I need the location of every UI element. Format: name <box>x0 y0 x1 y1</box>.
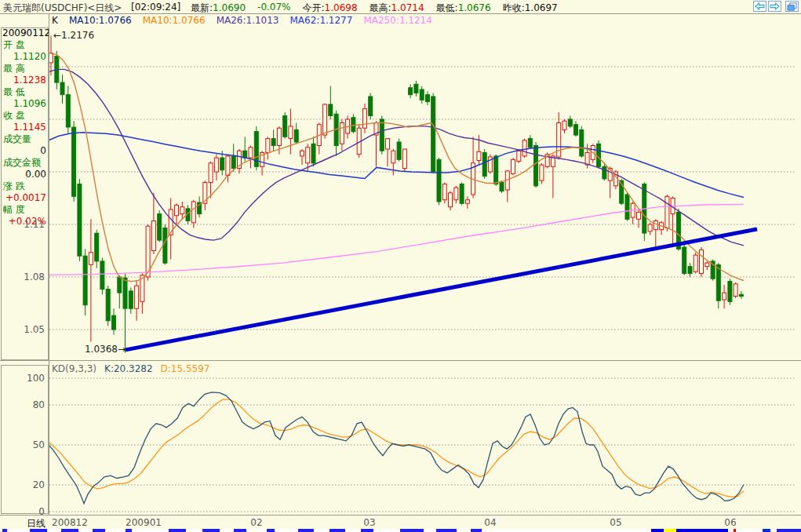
ma-legend-item: MA26:1.1013 <box>217 15 279 26</box>
selected-date: 20090112 <box>1 27 49 39</box>
ma-legend-item: MA250:1.1214 <box>363 15 432 26</box>
forward-button[interactable] <box>768 1 781 12</box>
kd-legend: KD(9,3,3) K:20.3282 D:15.5597 <box>52 363 209 374</box>
top-bar: 美元瑞郎(USDCHF)<日线> [02:09:24] 最新:1.0690-0.… <box>0 0 801 13</box>
time-tick-label: 02 <box>250 517 262 528</box>
taskbar-fragment <box>471 529 482 532</box>
time-tick-label: 200901 <box>126 517 162 528</box>
info-label: 最 低 <box>1 86 49 98</box>
kd-tick-label: 80 <box>1 399 45 410</box>
kd-tick-label: 100 <box>1 373 45 384</box>
info-value: 1.1096 <box>1 98 49 110</box>
taskbar-fragment <box>777 529 801 532</box>
taskbar-fragment <box>400 529 424 532</box>
axis-divider-bottom <box>0 515 801 516</box>
clock: [02:09:24] <box>131 2 180 13</box>
info-value: 1.1145 <box>1 122 49 133</box>
info-label: 涨 跌 <box>1 180 49 192</box>
taskbar-fragment <box>267 529 275 532</box>
header-divider <box>0 13 801 14</box>
min-annotation: 1.0368→ <box>78 344 126 355</box>
info-value: 1.1120 <box>1 51 49 63</box>
taskbar-fragment <box>234 529 246 532</box>
info-value: 1.1238 <box>1 75 49 86</box>
info-value: 0 <box>1 145 49 157</box>
trendline <box>126 229 757 350</box>
axis-divider <box>49 13 49 516</box>
max-annotation: ←1.2176 <box>53 30 94 41</box>
taskbar-fragment <box>298 529 314 532</box>
time-tick-label: 200812 <box>52 517 88 528</box>
price-tick-label: 1.08 <box>1 271 45 282</box>
info-value: +0.0017 <box>1 192 49 204</box>
info-label: 开 盘 <box>1 39 49 51</box>
taskbar-fragment <box>330 529 345 532</box>
info-label: 成交量 <box>1 133 49 145</box>
kd-title: KD(9,3,3) <box>52 363 96 374</box>
taskbar-fragment <box>169 529 186 532</box>
info-label: 成交金额 <box>1 157 49 169</box>
price-tick-label: 1.05 <box>1 324 45 335</box>
ma-legend-item: MA62:1.1277 <box>290 15 353 26</box>
info-value: 0.00 <box>1 169 49 180</box>
taskbar-fragment <box>651 529 728 532</box>
arrow-left-icon <box>755 2 765 10</box>
taskbar-fragment <box>436 529 457 532</box>
kd-d-line <box>49 399 744 497</box>
info-label: 幅 度 <box>1 204 49 216</box>
back-button[interactable] <box>753 1 766 12</box>
arrow-right-icon <box>770 2 780 10</box>
taskbar-fragment <box>763 529 770 532</box>
taskbar-fragment <box>202 529 220 532</box>
cascade-windows-icon <box>787 2 797 11</box>
taskbar-fragment <box>61 529 78 532</box>
taskbar-fragment <box>30 529 47 532</box>
bottom-taskbar-strip[interactable] <box>0 529 801 532</box>
windows-button[interactable] <box>785 1 799 12</box>
time-tick-label: 03 <box>363 517 375 528</box>
time-tick-label: 05 <box>610 517 621 528</box>
info-panel: 20090112 开 盘1.1120最 高1.1238最 低1.1096收 盘1… <box>1 27 49 228</box>
chart-canvas[interactable] <box>0 0 801 532</box>
kd-tick-label: 50 <box>1 439 45 450</box>
kd-k-line <box>49 392 744 504</box>
ma-legend-item: MA10:1.0766 <box>69 15 132 26</box>
kd-d-value: D:15.5597 <box>161 363 210 374</box>
time-tick-label: 04 <box>484 517 496 528</box>
ma-legend-item: MA10:1.0766 <box>143 15 206 26</box>
price-tick-label: 1.11 <box>1 219 45 230</box>
ma-legend: K MA10:1.0766MA10:1.0766MA26:1.1013MA62:… <box>52 15 432 26</box>
kd-tick-label: 20 <box>1 479 45 490</box>
app-window: 美元瑞郎(USDCHF)<日线> [02:09:24] 最新:1.0690-0.… <box>0 0 801 532</box>
info-label: 最 高 <box>1 63 49 75</box>
kd-k-value: K:20.3282 <box>104 363 153 374</box>
taskbar-fragment <box>664 529 676 532</box>
info-label: 收 盘 <box>1 110 49 122</box>
time-tick-label: 06 <box>724 517 736 528</box>
taskbar-fragment <box>2 529 7 532</box>
taskbar-fragment <box>361 529 373 532</box>
toolbar-buttons <box>753 1 799 12</box>
taskbar-fragment <box>734 529 736 532</box>
panel-divider <box>0 360 801 361</box>
taskbar-fragment <box>93 529 105 532</box>
taskbar-fragment <box>126 529 132 532</box>
k-period-label: K <box>52 15 58 26</box>
kd-tick-label: 0 <box>1 506 45 517</box>
